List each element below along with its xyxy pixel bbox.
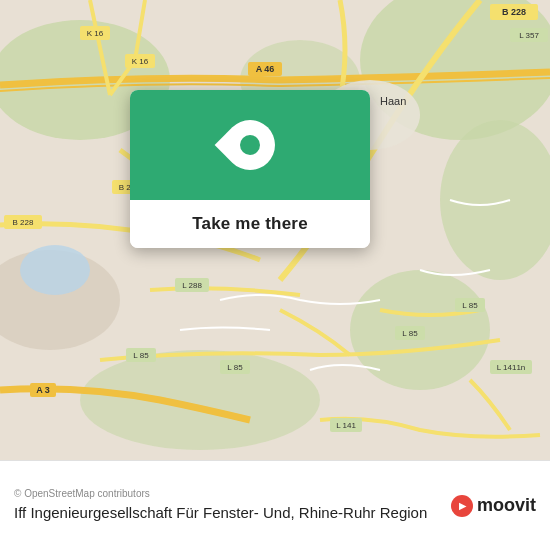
svg-text:L 1411n: L 1411n — [497, 363, 526, 372]
svg-text:B 228: B 228 — [13, 218, 34, 227]
popup-card: Take me there — [130, 90, 370, 248]
svg-text:A 46: A 46 — [256, 64, 275, 74]
map-container: B 228 L 357 A 46 K 16 K 16 Haan B 22 B 2… — [0, 0, 550, 460]
svg-text:L 85: L 85 — [402, 329, 418, 338]
bottom-info: © OpenStreetMap contributors Iff Ingenie… — [14, 488, 451, 523]
svg-text:L 85: L 85 — [462, 301, 478, 310]
copyright-text: © OpenStreetMap contributors — [14, 488, 451, 499]
moovit-logo: moovit — [451, 495, 536, 517]
moovit-icon — [451, 495, 473, 517]
svg-text:K 16: K 16 — [132, 57, 149, 66]
svg-text:L 141: L 141 — [336, 421, 356, 430]
take-me-there-button[interactable]: Take me there — [130, 200, 370, 248]
moovit-label: moovit — [477, 495, 536, 516]
svg-text:L 85: L 85 — [133, 351, 149, 360]
svg-text:Haan: Haan — [380, 95, 406, 107]
svg-point-6 — [80, 350, 320, 450]
svg-text:B 228: B 228 — [502, 7, 526, 17]
svg-text:L 85: L 85 — [227, 363, 243, 372]
popup-green-header — [130, 90, 370, 200]
svg-text:A 3: A 3 — [36, 385, 50, 395]
svg-point-8 — [20, 245, 90, 295]
location-name: Iff Ingenieurgesellschaft Für Fenster- U… — [14, 503, 451, 523]
bottom-bar: © OpenStreetMap contributors Iff Ingenie… — [0, 460, 550, 550]
svg-text:L 357: L 357 — [519, 31, 539, 40]
svg-text:L 288: L 288 — [182, 281, 202, 290]
svg-text:K 16: K 16 — [87, 29, 104, 38]
pin-dot — [236, 131, 264, 159]
location-pin-wrapper — [215, 110, 286, 181]
